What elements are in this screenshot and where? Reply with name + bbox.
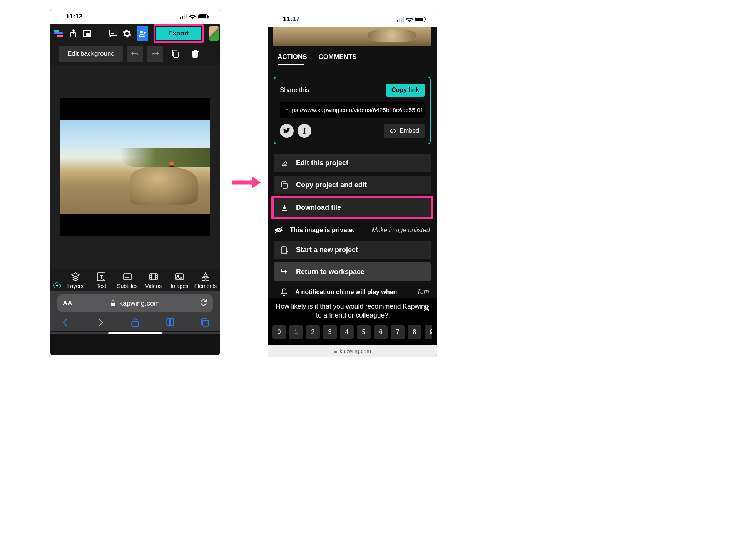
tab-actions[interactable]: ACTIONS — [278, 53, 307, 61]
phone-screenshot-left: 11:12 Export — [50, 9, 220, 355]
embed-button[interactable]: Embed — [384, 124, 425, 138]
export-button[interactable]: Export — [156, 27, 201, 40]
notification-row: A notification chime will play when Turn — [268, 284, 437, 296]
pencil-icon — [281, 160, 288, 167]
comment-icon[interactable] — [109, 29, 117, 38]
notification-text: A notification chime will play when — [295, 288, 409, 296]
tab-subtitles-label: Subtitles — [117, 283, 138, 289]
new-project-button[interactable]: Start a new project — [274, 241, 431, 259]
text-size-icon[interactable]: AA — [63, 299, 72, 307]
tab-videos[interactable]: Videos — [142, 272, 166, 289]
url-domain: kapwing.com — [119, 299, 160, 308]
svg-rect-29 — [416, 18, 423, 21]
tab-underline — [278, 64, 304, 65]
cellular-icon — [397, 17, 404, 22]
forward-icon — [95, 318, 105, 328]
status-bar: 11:12 — [50, 9, 220, 24]
svg-rect-26 — [401, 18, 402, 22]
share-title: Share this — [280, 86, 309, 94]
scale-1[interactable]: 1 — [289, 325, 303, 339]
new-file-icon — [281, 246, 288, 254]
edit-background-button[interactable]: Edit background — [59, 46, 123, 62]
share-url-field[interactable]: https://www.kapwing.com/videos/6425b18c6… — [280, 102, 425, 118]
svg-rect-1 — [182, 16, 183, 19]
download-file-button[interactable]: Download file — [274, 198, 431, 217]
tab-comments[interactable]: COMMENTS — [319, 53, 357, 61]
svg-rect-9 — [87, 33, 90, 36]
svg-rect-14 — [124, 274, 131, 280]
svg-rect-24 — [397, 20, 398, 22]
notification-toggle-link[interactable]: Turn — [417, 288, 429, 295]
copy-icon[interactable] — [167, 46, 183, 62]
share-up-icon[interactable] — [69, 29, 77, 38]
upload-cloud-icon[interactable] — [53, 281, 61, 289]
tab-elements[interactable]: Elements — [194, 272, 217, 289]
status-bar: 11:17 — [268, 12, 437, 27]
twitter-icon[interactable] — [280, 124, 294, 138]
tab-subtitles[interactable]: Subtitles — [115, 272, 139, 289]
copy-link-button[interactable]: Copy link — [386, 84, 425, 97]
page-tabs: ACTIONS COMMENTS — [268, 46, 437, 65]
trash-icon[interactable] — [187, 46, 203, 62]
scale-6[interactable]: 6 — [374, 325, 388, 339]
return-workspace-label: Return to workspace — [296, 268, 364, 276]
tab-elements-label: Elements — [194, 283, 217, 289]
embed-label: Embed — [400, 127, 419, 134]
canvas-area[interactable] — [50, 65, 220, 269]
svg-rect-6 — [208, 16, 209, 18]
kapwing-logo-icon[interactable] — [54, 30, 64, 37]
scale-8[interactable]: 8 — [408, 325, 421, 339]
download-icon — [281, 204, 288, 211]
reload-icon[interactable] — [200, 299, 207, 308]
tabs-icon[interactable] — [200, 318, 210, 328]
url-pill[interactable]: AA kapwing.com — [57, 294, 213, 312]
svg-rect-15 — [150, 274, 157, 280]
return-workspace-button[interactable]: Return to workspace — [274, 262, 431, 281]
survey-question: How likely is it that you would recommen… — [272, 302, 432, 325]
scale-5[interactable]: 5 — [357, 325, 371, 339]
privacy-row: This image is private. Make image unlist… — [268, 222, 437, 241]
safari-mini-bar[interactable]: kapwing.com — [268, 345, 437, 357]
avatar[interactable] — [209, 26, 219, 41]
scale-4[interactable]: 4 — [340, 325, 354, 339]
scale-0[interactable]: 0 — [272, 325, 286, 339]
survey-scale: 0 1 2 3 4 5 6 7 8 9 10 — [272, 325, 432, 339]
photo-person — [169, 161, 174, 166]
edit-project-button[interactable]: Edit this project — [274, 154, 431, 172]
svg-rect-34 — [334, 351, 337, 353]
tab-images[interactable]: Images — [167, 272, 191, 289]
svg-point-11 — [140, 31, 143, 33]
svg-rect-10 — [109, 30, 117, 35]
svg-rect-12 — [174, 52, 178, 57]
close-icon[interactable]: ✕ — [423, 303, 430, 314]
copy-project-label: Copy project and edit — [296, 181, 367, 189]
gear-icon[interactable] — [123, 29, 131, 38]
make-unlisted-link[interactable]: Make image unlisted — [372, 226, 430, 234]
wifi-icon — [406, 17, 413, 22]
undo-button[interactable] — [127, 46, 143, 62]
back-icon[interactable] — [60, 318, 70, 328]
scale-9[interactable]: 9 — [425, 325, 432, 339]
battery-icon — [415, 17, 426, 22]
app-toolbar: Export — [50, 24, 220, 43]
redo-button[interactable] — [147, 46, 163, 62]
safari-url-bar: AA kapwing.com — [50, 291, 220, 314]
scale-3[interactable]: 3 — [323, 325, 337, 339]
tab-text[interactable]: Text — [89, 272, 113, 289]
picture-in-picture-icon[interactable] — [83, 29, 91, 38]
scale-7[interactable]: 7 — [391, 325, 405, 339]
share-card: Share this Copy link https://www.kapwing… — [274, 77, 431, 144]
scale-2[interactable]: 2 — [306, 325, 320, 339]
phone-screenshot-right: 11:17 ACTIONS COMMENTS Share this Copy l… — [268, 12, 437, 357]
video-preview[interactable] — [273, 27, 431, 46]
safari-share-icon[interactable] — [130, 318, 140, 328]
copy-project-button[interactable]: Copy project and edit — [274, 176, 431, 194]
facebook-icon[interactable]: f — [298, 124, 311, 138]
tab-layers[interactable]: Layers — [64, 272, 87, 289]
add-user-button[interactable] — [137, 26, 148, 41]
bookmarks-icon[interactable] — [165, 318, 175, 328]
status-icons — [397, 17, 426, 22]
new-project-label: Start a new project — [296, 246, 358, 254]
secondary-toolbar: Edit background — [50, 43, 220, 65]
download-highlight: Download file — [271, 196, 433, 219]
